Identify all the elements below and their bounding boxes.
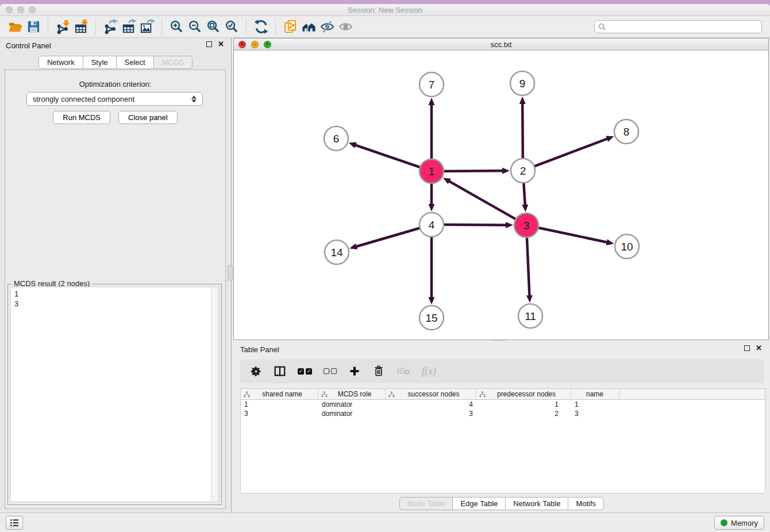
float-table-panel-icon[interactable] — [744, 345, 750, 351]
graph-edge-2-9[interactable] — [522, 103, 523, 160]
table-row[interactable]: 1dominator411 — [241, 400, 765, 409]
graph-edge-arrow — [526, 295, 533, 303]
graph-edge-1-6[interactable] — [355, 145, 422, 168]
export-table-icon[interactable] — [120, 18, 138, 36]
tab-edge-table[interactable]: Edge Table — [452, 497, 506, 510]
app-window: Session: New Session — [0, 4, 770, 532]
column-header-shared-name[interactable]: shared name — [241, 389, 318, 399]
open-session-icon[interactable] — [6, 18, 24, 36]
tab-node-table[interactable]: Node Table — [399, 497, 453, 510]
run-mcds-button[interactable]: Run MCDS — [53, 111, 110, 124]
memory-label: Memory — [731, 519, 758, 527]
first-neighbors-icon[interactable] — [299, 18, 318, 36]
graph-edge-arrow — [606, 136, 614, 142]
graph-node-label: 7 — [429, 79, 435, 91]
table-cell: 1 — [241, 400, 318, 409]
mcds-result-area[interactable]: 1 3 — [10, 287, 219, 502]
export-image-icon[interactable] — [138, 18, 156, 36]
hide-selected-icon[interactable] — [318, 18, 336, 36]
toolbar-separator — [95, 19, 96, 35]
graph-edge-3-1[interactable] — [449, 181, 518, 220]
add-column-icon[interactable] — [348, 364, 361, 379]
table-tabs: Node Table Edge Table Network Table Moti… — [233, 497, 770, 510]
graph-node-label: 4 — [429, 219, 435, 231]
window-title: Session: New Session — [0, 6, 770, 14]
graph-edge-arrow — [506, 222, 513, 228]
graph-node-label: 1 — [429, 165, 435, 178]
export-network-icon[interactable] — [101, 18, 120, 36]
dropdown-stepper-icon — [191, 95, 197, 103]
column-header-label: predecessor nodes — [486, 390, 571, 398]
tab-network-table[interactable]: Network Table — [505, 497, 568, 510]
float-panel-icon[interactable] — [206, 41, 212, 47]
import-network-icon[interactable] — [53, 18, 72, 36]
column-header-name[interactable]: name — [571, 389, 619, 399]
control-panel-header: Control Panel ✕ — [0, 38, 231, 53]
apply-layout-icon[interactable] — [252, 18, 270, 36]
toolbar-separator — [275, 19, 276, 35]
column-header-label: shared name — [250, 390, 318, 398]
zoom-selected-icon[interactable] — [222, 18, 241, 36]
zoom-in-icon[interactable] — [167, 18, 186, 36]
delete-table-icon[interactable] — [396, 364, 410, 379]
graph-edge-1-2[interactable] — [442, 171, 503, 171]
new-network-from-selection-icon[interactable] — [281, 18, 299, 36]
zoom-out-icon[interactable] — [186, 18, 204, 36]
table-settings-icon[interactable] — [249, 364, 262, 379]
node-table: shared nameMCDS rolesuccessor nodesprede… — [240, 388, 765, 494]
tab-motifs[interactable]: Motifs — [568, 497, 604, 510]
column-type-icon — [244, 391, 250, 398]
table-cell: dominator — [318, 400, 386, 409]
split-view-icon[interactable] — [274, 364, 286, 379]
graph-edge-4-14[interactable] — [356, 228, 422, 246]
table-cell: 3 — [571, 409, 619, 418]
table-cell: dominator — [318, 409, 386, 418]
column-header-label: successor nodes — [395, 390, 476, 398]
import-table-icon[interactable] — [72, 18, 90, 36]
deselect-all-columns-icon[interactable] — [324, 364, 337, 379]
search-input[interactable] — [609, 23, 758, 31]
show-all-icon[interactable] — [336, 18, 355, 36]
memory-button[interactable]: Memory — [714, 516, 764, 530]
zoom-fit-icon[interactable] — [204, 18, 222, 36]
column-header-successor-nodes[interactable]: successor nodes — [386, 389, 476, 399]
graph-edge-arrow — [349, 142, 357, 148]
column-header-predecessor-nodes[interactable]: predecessor nodes — [476, 389, 571, 399]
network-canvas[interactable]: 7968124314101511 — [234, 51, 768, 340]
save-session-icon[interactable] — [24, 18, 43, 36]
table-row[interactable]: 3dominator323 — [241, 409, 765, 418]
graph-node-label: 2 — [520, 165, 526, 177]
table-cell: 1 — [571, 400, 619, 409]
network-window-title: scc.txt — [234, 40, 768, 49]
search-icon — [598, 23, 606, 31]
tab-style[interactable]: Style — [83, 56, 117, 69]
tab-network[interactable]: Network — [38, 56, 83, 69]
table-panel-title: Table Panel — [240, 345, 279, 354]
tab-select[interactable]: Select — [116, 56, 154, 69]
list-icon — [10, 519, 19, 527]
column-header-MCDS-role[interactable]: MCDS role — [318, 389, 386, 399]
task-history-button[interactable] — [6, 516, 23, 530]
close-table-panel-icon[interactable]: ✕ — [756, 345, 762, 351]
titlebar: Session: New Session — [0, 4, 770, 16]
tab-mcds[interactable]: MCDS — [153, 56, 192, 69]
vertical-divider-grip[interactable] — [228, 265, 233, 280]
column-header-label: name — [574, 390, 619, 398]
close-panel-button[interactable]: Close panel — [118, 111, 178, 124]
graph-edge-arrow — [522, 205, 528, 212]
graph-edge-2-3[interactable] — [523, 181, 525, 206]
optimization-criterion-select[interactable]: strongly connected component — [26, 92, 203, 106]
graph-edge-4-3[interactable] — [442, 225, 507, 225]
table-cell: 2 — [476, 409, 571, 418]
mcds-result-group: MCDS result (2 nodes) 1 3 — [7, 284, 222, 505]
select-all-columns-icon[interactable]: ✓✓ — [298, 364, 312, 379]
graph-edge-2-8[interactable] — [533, 138, 608, 167]
close-panel-icon[interactable]: ✕ — [218, 41, 224, 47]
delete-column-icon[interactable] — [372, 364, 385, 379]
graph-node-label: 9 — [519, 78, 526, 90]
memory-status-icon — [721, 519, 727, 526]
apply-function-icon[interactable]: f(x) — [422, 364, 436, 379]
graph-edge-3-11[interactable] — [527, 236, 530, 296]
graph-edge-3-10[interactable] — [537, 228, 608, 242]
result-scrollbar[interactable] — [211, 287, 218, 502]
